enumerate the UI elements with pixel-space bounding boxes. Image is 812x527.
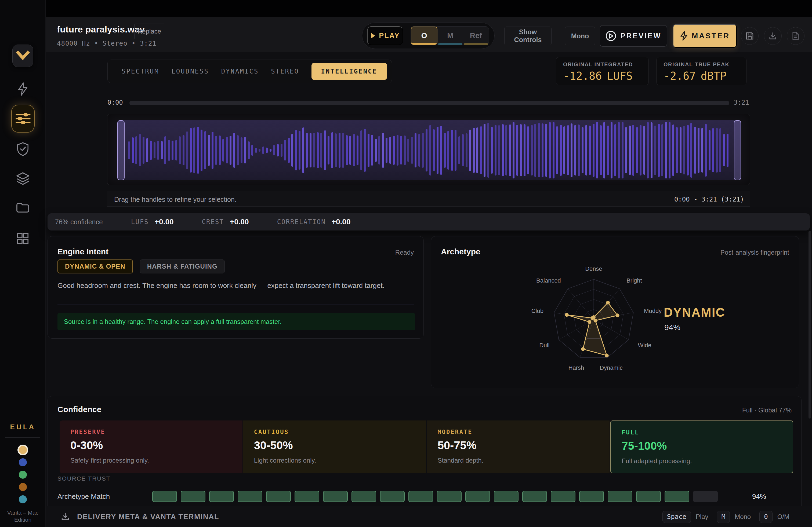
theme-dot[interactable]: [19, 458, 27, 466]
sidebar-item-safety[interactable]: [0, 142, 46, 156]
waveform-panel: [107, 114, 750, 185]
file-name: future paralysis.wav: [57, 24, 145, 35]
tab-intelligence[interactable]: INTELLIGENCE: [311, 63, 387, 80]
eula-link[interactable]: EULA: [0, 423, 46, 431]
kbd-space: Space: [663, 511, 691, 523]
kbd-0: 0: [759, 511, 772, 523]
scrollbar-thumb[interactable]: [809, 231, 811, 419]
waveform-bar: [128, 141, 130, 159]
sliders-icon: [15, 111, 31, 125]
waveform-bar: [640, 125, 641, 176]
sidebar-item-modules[interactable]: [0, 232, 46, 245]
timeline-start: 0:00: [107, 99, 123, 106]
waveform-bar: [393, 136, 395, 165]
level-full-active[interactable]: FULL 75-100% Full adapted processing.: [610, 420, 793, 473]
play-button[interactable]: PLAY: [367, 26, 403, 45]
theme-dot[interactable]: [19, 495, 27, 503]
waveform-bar: [280, 144, 282, 156]
waveform-bar: [291, 134, 293, 167]
toggle-master[interactable]: M: [437, 27, 463, 45]
mono-button[interactable]: Mono: [565, 27, 595, 45]
waveform-bar: [607, 125, 609, 175]
tab-dynamics[interactable]: DYNAMICS: [221, 67, 259, 75]
vanta-logo[interactable]: [12, 45, 33, 67]
waveform-selection[interactable]: [117, 120, 741, 180]
kbd-0-label: O/M: [777, 513, 789, 521]
kbd-m: M: [717, 511, 730, 523]
level-desc: Standard depth.: [438, 457, 599, 464]
waveform-bar: [578, 124, 580, 176]
level-range: 30-50%: [254, 439, 416, 452]
waveform-bar: [299, 131, 301, 169]
toggle-reference[interactable]: Ref: [463, 27, 489, 45]
tab-stereo[interactable]: STEREO: [271, 67, 299, 75]
level-desc: Safety-first processing only.: [70, 457, 232, 464]
trust-segment: [636, 491, 661, 502]
waveform-bar: [204, 131, 206, 169]
replace-button[interactable]: Replace: [134, 24, 164, 39]
tab-spectrum[interactable]: SPECTRUM: [122, 67, 159, 75]
stat-original-true-peak: ORIGINAL TRUE PEAK -2.67dBTP: [656, 57, 746, 85]
waveform-bar: [498, 125, 500, 176]
waveform-bar: [150, 140, 152, 160]
window-top-strip: [0, 0, 812, 17]
waveform-bar: [614, 124, 616, 176]
save-button[interactable]: [741, 27, 758, 45]
selection-handle-right[interactable]: [734, 120, 741, 180]
waveform-bar: [407, 139, 409, 162]
file-meta: 48000 Hz • Stereo • 3:21: [57, 40, 157, 47]
sidebar-item-layers[interactable]: [0, 172, 46, 185]
waveform-bar: [313, 133, 315, 167]
waveform-bar: [396, 135, 398, 165]
sidebar-item-engine[interactable]: [0, 82, 46, 96]
metrics-divider: [188, 217, 188, 227]
engine-divider: [57, 304, 414, 305]
waveform-bar: [589, 125, 591, 175]
preview-button[interactable]: PREVIEW: [600, 25, 667, 47]
selection-hint-bar: Drag the handles to refine your selectio…: [107, 192, 750, 207]
master-button[interactable]: MASTER: [673, 24, 737, 48]
report-button[interactable]: [787, 27, 804, 45]
engine-description: Good headroom and crest. The engine has …: [57, 282, 393, 290]
archetype-match-label: Archetype Match: [57, 492, 110, 501]
archetype-radar-chart: DenseBrightMuddyWideDynamicHarshDullClub…: [500, 262, 688, 377]
selection-handle-left[interactable]: [117, 120, 125, 180]
waveform-bar: [454, 130, 456, 171]
waveform-bar: [687, 125, 689, 176]
confidence-summary: Full · Global 77%: [742, 407, 792, 414]
chip-dynamic-open[interactable]: DYNAMIC & OPEN: [57, 259, 133, 273]
level-moderate[interactable]: MODERATE 50-75% Standard depth.: [427, 420, 610, 473]
waveform-bar: [251, 145, 253, 156]
waveform-bar: [596, 122, 598, 178]
delivery-meta-toggle[interactable]: DELIVERY META & VANTA TERMINAL: [60, 506, 219, 527]
metric-value-crest: +0.00: [230, 217, 249, 226]
waveform-bar: [451, 130, 453, 171]
svg-text:Balanced: Balanced: [536, 277, 561, 284]
waveform-bar: [643, 126, 645, 175]
tab-loudness[interactable]: LOUDNESS: [171, 67, 209, 75]
waveform-bar: [367, 134, 369, 167]
toggle-original[interactable]: O: [411, 27, 437, 45]
waveform-bar: [444, 133, 446, 168]
waveform-bar: [215, 136, 217, 165]
waveform-bar: [248, 141, 250, 160]
chip-harsh-fatiguing[interactable]: HARSH & FATIGUING: [140, 259, 225, 273]
waveform-bar: [469, 130, 471, 171]
sidebar-item-files[interactable]: [0, 202, 46, 214]
level-cautious[interactable]: CAUTIOUS 30-50% Light corrections only.: [243, 420, 426, 473]
master-label: MASTER: [692, 32, 730, 40]
waveform-bar: [600, 125, 602, 175]
theme-dot[interactable]: [19, 446, 27, 454]
sidebar-divider: [5, 437, 40, 438]
show-controls-button[interactable]: Show Controls: [504, 27, 552, 45]
source-toggle: O M Ref: [410, 26, 489, 45]
theme-dot[interactable]: [19, 483, 27, 491]
timeline-progress-bar[interactable]: [129, 101, 729, 105]
sidebar-item-controls[interactable]: [11, 105, 35, 133]
theme-dot[interactable]: [19, 471, 27, 479]
download-button[interactable]: [764, 27, 782, 45]
waveform-bar: [371, 135, 373, 166]
svg-text:Dense: Dense: [585, 266, 602, 272]
level-preserve[interactable]: PRESERVE 0-30% Safety-first processing o…: [60, 420, 243, 473]
waveform-bar: [346, 135, 348, 165]
